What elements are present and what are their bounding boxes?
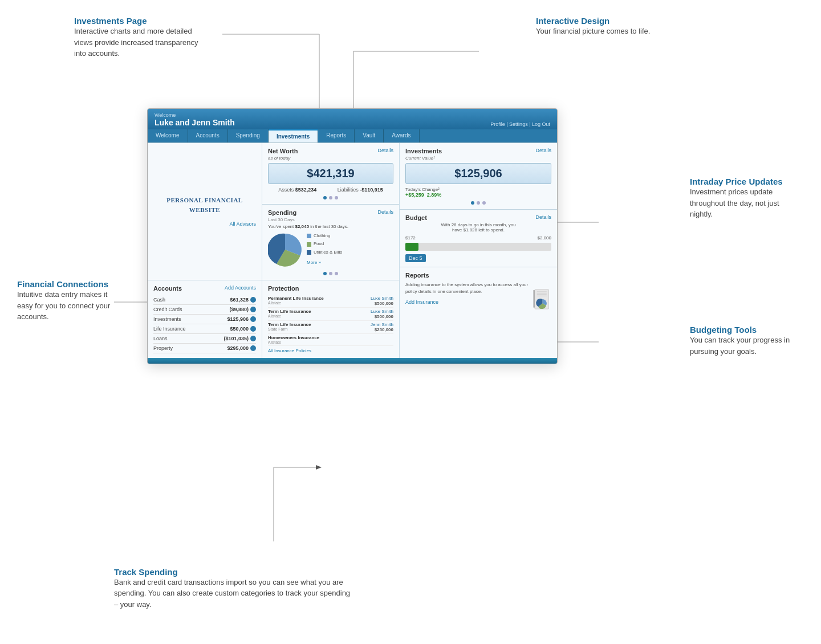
spending-dot-1[interactable] bbox=[323, 272, 327, 275]
callout-budgeting: Budgeting Tools You can track your progr… bbox=[690, 325, 798, 357]
change-values: +$5,259 2.89% bbox=[405, 192, 551, 198]
account-icon bbox=[250, 336, 256, 341]
insurance-company: Allstate bbox=[268, 314, 371, 318]
nav-tab-investments[interactable]: Investments bbox=[269, 129, 318, 142]
account-icon bbox=[250, 345, 256, 351]
svg-marker-15 bbox=[316, 465, 322, 470]
account-row[interactable]: Loans ($101,035) bbox=[153, 334, 256, 344]
account-row[interactable]: Investments $125,906 bbox=[153, 315, 256, 324]
reports-body: Adding insurance to the system allows yo… bbox=[405, 282, 529, 315]
dot-3[interactable] bbox=[335, 196, 338, 199]
reports-title: Reports bbox=[405, 272, 551, 279]
net-worth-detail[interactable]: Details bbox=[377, 148, 393, 153]
insurance-amount: $500,000 bbox=[371, 314, 393, 319]
account-icon bbox=[250, 307, 256, 312]
nav-tab-reports[interactable]: Reports bbox=[318, 129, 355, 142]
account-value: $295,000 bbox=[227, 345, 249, 351]
svg-rect-20 bbox=[537, 291, 547, 292]
nav-tab-awards[interactable]: Awards bbox=[384, 129, 419, 142]
all-policies-link[interactable]: All Insurance Policies bbox=[268, 348, 393, 353]
accounts-rows: Cash $61,328 Credit Cards ($9,880) Inves… bbox=[153, 295, 256, 353]
callout-investments-page-body: Interactive charts and more detailed vie… bbox=[74, 26, 200, 59]
accounts-header: Accounts Add Accounts bbox=[153, 285, 256, 292]
account-value: ($9,880) bbox=[229, 307, 249, 312]
spending-title: Spending bbox=[268, 209, 296, 216]
spending-subtitle: Last 30 Days bbox=[268, 217, 393, 222]
account-row[interactable]: Cash $61,328 bbox=[153, 295, 256, 305]
budget-bar bbox=[405, 243, 551, 251]
budget-bar-labels: $172$2,000 bbox=[405, 235, 551, 241]
insurance-person: Jenn Smith bbox=[371, 322, 393, 327]
callout-track-spending: Track Spending Bank and credit card tran… bbox=[114, 567, 353, 610]
investments-value: $125,906 bbox=[408, 167, 548, 180]
welcome-label: Welcome bbox=[155, 112, 235, 118]
nav-tab-vault[interactable]: Vault bbox=[355, 129, 384, 142]
panel-spending: Spending Details Last 30 Days You've spe… bbox=[262, 204, 399, 280]
app-footer-bar bbox=[148, 358, 557, 364]
account-icon bbox=[250, 316, 256, 322]
account-value: $61,328 bbox=[230, 297, 249, 303]
more-link[interactable]: More » bbox=[307, 260, 321, 265]
reports-notebook-icon bbox=[532, 282, 551, 319]
spending-dot-3[interactable] bbox=[335, 272, 338, 275]
net-worth-title: Net Worth bbox=[268, 148, 298, 154]
svg-rect-23 bbox=[537, 296, 547, 296]
app-nav: Welcome Accounts Spending Investments Re… bbox=[148, 129, 557, 142]
spending-detail[interactable]: Details bbox=[377, 209, 393, 215]
net-worth-subtitle: as of today bbox=[268, 156, 393, 161]
inv-dot-3[interactable] bbox=[482, 201, 486, 205]
svg-rect-21 bbox=[537, 293, 547, 294]
all-advisors-link[interactable]: All Advisors bbox=[153, 221, 256, 227]
spending-dot-2[interactable] bbox=[329, 272, 332, 275]
col-accounts: Personal FinancialWebsite All Advisors A… bbox=[148, 143, 262, 358]
insurance-person: Luke Smith bbox=[371, 309, 393, 314]
panel-accounts: Accounts Add Accounts Cash $61,328 Credi… bbox=[148, 280, 262, 358]
account-row[interactable]: Credit Cards ($9,880) bbox=[153, 305, 256, 315]
add-insurance-link[interactable]: Add Insurance bbox=[405, 299, 529, 307]
account-value: ($101,035) bbox=[223, 336, 249, 341]
nav-tab-welcome[interactable]: Welcome bbox=[148, 129, 188, 142]
insurance-person: Luke Smith bbox=[371, 296, 393, 301]
personal-title: Personal FinancialWebsite bbox=[166, 195, 242, 214]
callout-budgeting-title: Budgeting Tools bbox=[690, 325, 798, 335]
account-name: Life Insurance bbox=[153, 326, 186, 332]
inv-dot-2[interactable] bbox=[477, 201, 480, 205]
dot-1[interactable] bbox=[323, 196, 327, 199]
investments-detail[interactable]: Details bbox=[535, 148, 551, 153]
callout-financial-connections-body: Intuitive data entry makes it easy for y… bbox=[17, 289, 114, 323]
insurance-company: Allstate bbox=[268, 301, 371, 305]
account-row[interactable]: Property $295,000 bbox=[153, 344, 256, 353]
budget-note: With 26 days to go in this month, youhav… bbox=[405, 222, 551, 233]
account-icon bbox=[250, 297, 256, 303]
net-worth-value: $421,319 bbox=[271, 167, 391, 180]
header-links[interactable]: Profile | Settings | Log Out bbox=[490, 121, 550, 127]
change-info: Today's Change² bbox=[405, 187, 551, 192]
account-row[interactable]: Life Insurance $50,000 bbox=[153, 324, 256, 334]
budget-bar-fill bbox=[405, 243, 418, 251]
callout-intraday-title: Intraday Price Updates bbox=[690, 177, 798, 186]
investments-subtitle: Current Value¹ bbox=[405, 156, 551, 161]
investments-value-box: $125,906 bbox=[405, 163, 551, 184]
protection-row: Homeowners Insurance Allstate bbox=[268, 334, 393, 346]
inv-dot-1[interactable] bbox=[471, 201, 474, 205]
budget-date: Dec 5 bbox=[405, 254, 426, 262]
insurance-name: Term Life Insurance bbox=[268, 322, 371, 327]
nav-tab-accounts[interactable]: Accounts bbox=[188, 129, 228, 142]
callout-interactive-design-title: Interactive Design bbox=[536, 16, 656, 26]
protection-rows: Permanent Life Insurance Allstate Luke S… bbox=[268, 295, 393, 346]
add-accounts-link[interactable]: Add Accounts bbox=[225, 285, 256, 292]
dot-2[interactable] bbox=[329, 196, 332, 199]
callout-investments-page-title: Investments Page bbox=[74, 16, 200, 26]
nav-tab-spending[interactable]: Spending bbox=[228, 129, 269, 142]
spending-legend: Clothing Food Utilities & Bills More » bbox=[307, 232, 342, 267]
panel-protection: Protection Permanent Life Insurance Alls… bbox=[262, 280, 399, 358]
app-card: Welcome Luke and Jenn Smith Profile | Se… bbox=[147, 108, 558, 364]
callout-investments-page: Investments Page Interactive charts and … bbox=[74, 16, 200, 59]
investments-title: Investments bbox=[405, 148, 442, 154]
callout-budgeting-body: You can track your progress in pursuing … bbox=[690, 335, 798, 357]
assets-liabilities: Assets $532,234 Liabilities -$110,915 bbox=[268, 187, 393, 193]
insurance-name: Homeowners Insurance bbox=[268, 335, 393, 340]
budget-detail[interactable]: Details bbox=[535, 214, 551, 220]
insurance-name: Term Life Insurance bbox=[268, 309, 371, 314]
account-value: $125,906 bbox=[227, 316, 249, 322]
